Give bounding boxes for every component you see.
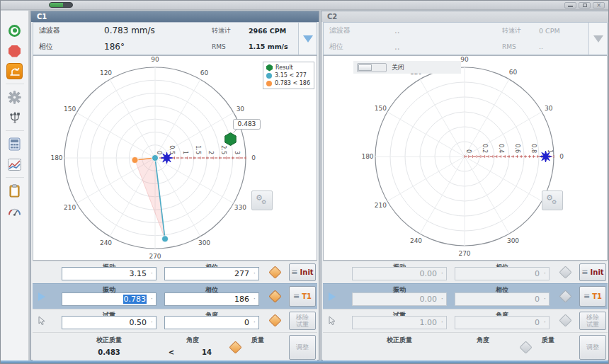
rms-value: 1.15 mm/s: [249, 42, 292, 50]
svg-text:300: 300: [198, 239, 210, 246]
tacho-value: 0 CPM: [539, 27, 583, 35]
maximize-button[interactable]: [579, 2, 591, 8]
settings-gear-icon[interactable]: [6, 89, 23, 106]
filter-label: 滤波器: [39, 25, 104, 35]
angle-label: 角度: [150, 336, 235, 345]
t1-vibration-input[interactable]: 0.00: [352, 292, 447, 306]
progress-fill: [50, 3, 63, 7]
svg-text:0.483: 0.483: [238, 120, 256, 127]
svg-text:210: 210: [375, 202, 387, 209]
trial-angle-input[interactable]: 0: [164, 316, 259, 329]
c2-toggle-row: 关闭: [353, 61, 461, 74]
trial-angle-input[interactable]: 0: [455, 316, 550, 329]
tacho-label: 转速计: [212, 26, 249, 35]
left-toolbar: [1, 11, 29, 360]
c1-controls: 振动 相位 3.15 277 Init 振动 相位 0.783 186 T1 试…: [33, 261, 317, 358]
trial-weight-input[interactable]: 1.00: [352, 316, 447, 329]
minimize-icon: [568, 6, 573, 7]
apply-diamond-icon[interactable]: [268, 314, 281, 326]
apply-diamond-icon[interactable]: [559, 290, 571, 302]
phase-label: 相位: [39, 42, 104, 52]
t1-phase-input[interactable]: 186: [164, 292, 259, 306]
close-button[interactable]: ×: [593, 2, 605, 8]
apply-diamond-icon[interactable]: [268, 290, 281, 302]
correction-mass-label: 校正质量: [352, 336, 447, 345]
t1-vibration-input[interactable]: 0.783: [62, 292, 156, 306]
svg-text:1.5: 1.5: [195, 145, 201, 154]
remove-trial-weight-button[interactable]: 移除试重: [289, 312, 316, 330]
tacho-label: 转速计: [502, 26, 539, 35]
apply-diamond-icon[interactable]: [559, 314, 571, 326]
menu-icon: [581, 268, 588, 277]
titlebar: ×: [1, 1, 608, 10]
t1-button[interactable]: T1: [289, 286, 316, 307]
svg-text:150: 150: [64, 106, 76, 113]
correction-mass-label: 校正质量: [62, 336, 156, 345]
mass-label: 质量: [237, 336, 279, 345]
phase-value: 186°: [104, 42, 212, 52]
balancing-mode-icon[interactable]: [6, 63, 23, 79]
panel-c1: C1 滤波器 0.783 mm/s 转速计 2966 CPM 相位 186° R…: [30, 11, 319, 360]
panel-c2-title: C2: [321, 11, 609, 22]
chart-settings-button[interactable]: ⚙⚙: [542, 190, 563, 210]
svg-text:210: 210: [64, 204, 76, 211]
svg-text:2: 2: [207, 151, 214, 154]
svg-text:240: 240: [410, 237, 422, 244]
panel-c2: C2 滤波器 .. 转速计 0 CPM 相位 .. RMS .. 0306090…: [321, 11, 609, 360]
toolbar-divider: [6, 84, 24, 84]
init-button[interactable]: Init: [289, 263, 316, 281]
init-vibration-input[interactable]: 0.00: [352, 267, 447, 280]
init-phase-input[interactable]: 277: [164, 267, 259, 280]
report-clipboard-icon[interactable]: [6, 182, 23, 199]
legend-item: 0.783 < 186: [266, 79, 310, 87]
chart-legend: Result3.15 < 2770.783 < 186: [263, 62, 314, 89]
calculator-icon[interactable]: [6, 135, 23, 152]
gear-icon: ⚙: [261, 199, 266, 205]
circle-swatch-icon: [266, 73, 272, 79]
adjust-button[interactable]: 调整: [579, 335, 606, 360]
filter-label: 滤波器: [329, 25, 394, 35]
usb-icon[interactable]: [6, 109, 23, 126]
trial-weight-input[interactable]: 0.50: [62, 316, 156, 329]
c2-controls: 振动 相位 0.00 0 Init 振动 相位 0.00 0 T1 试重 角度: [323, 261, 608, 358]
svg-text:0.6: 0.6: [514, 144, 520, 153]
svg-text:240: 240: [100, 239, 112, 246]
gauge-icon[interactable]: [6, 203, 23, 220]
init-vibration-input[interactable]: 3.15: [62, 267, 156, 280]
result-angle-value: 14: [186, 348, 228, 356]
correction-mass-value: 0.483: [62, 348, 156, 356]
record-icon[interactable]: [6, 22, 23, 39]
expand-info-button[interactable]: [588, 23, 607, 55]
c1-init-row: 振动 相位 3.15 277 Init: [33, 261, 317, 283]
c2-result-row: 校正质量 角度 质量 调整: [323, 332, 608, 362]
circle-swatch-icon: [266, 81, 272, 86]
play-icon: [329, 292, 336, 301]
rms-value: ..: [539, 42, 583, 50]
init-button[interactable]: Init: [579, 263, 606, 281]
svg-text:60: 60: [509, 69, 518, 76]
stop-icon[interactable]: [6, 42, 23, 59]
trend-chart-icon[interactable]: [6, 156, 23, 173]
chart-settings-button[interactable]: ⚙⚙: [251, 190, 273, 210]
apply-diamond-icon[interactable]: [559, 266, 571, 278]
legend-item: Result: [266, 64, 310, 72]
t1-phase-input[interactable]: 0: [455, 292, 550, 306]
t1-button[interactable]: T1: [579, 286, 606, 307]
adjust-button[interactable]: 调整: [289, 335, 316, 360]
svg-text:0.5: 0.5: [169, 145, 175, 154]
filter-toggle-switch[interactable]: [357, 63, 387, 72]
svg-text:0.4: 0.4: [498, 144, 504, 153]
svg-text:0: 0: [251, 154, 256, 161]
remove-trial-weight-button[interactable]: 移除试重: [579, 312, 606, 330]
expand-info-button[interactable]: [298, 23, 317, 55]
c2-init-row: 振动 相位 0.00 0 Init: [323, 261, 608, 283]
maximize-icon: [583, 4, 587, 7]
menu-icon: [293, 292, 300, 301]
svg-text:2.5: 2.5: [220, 145, 227, 154]
apply-diamond-icon[interactable]: [268, 266, 281, 278]
svg-text:90: 90: [151, 56, 159, 63]
minimize-button[interactable]: [564, 2, 576, 8]
c1-trial-row: 试重 角度 0.50 0 移除试重: [33, 309, 317, 332]
menu-icon: [291, 268, 297, 277]
init-phase-input[interactable]: 0: [455, 267, 550, 280]
